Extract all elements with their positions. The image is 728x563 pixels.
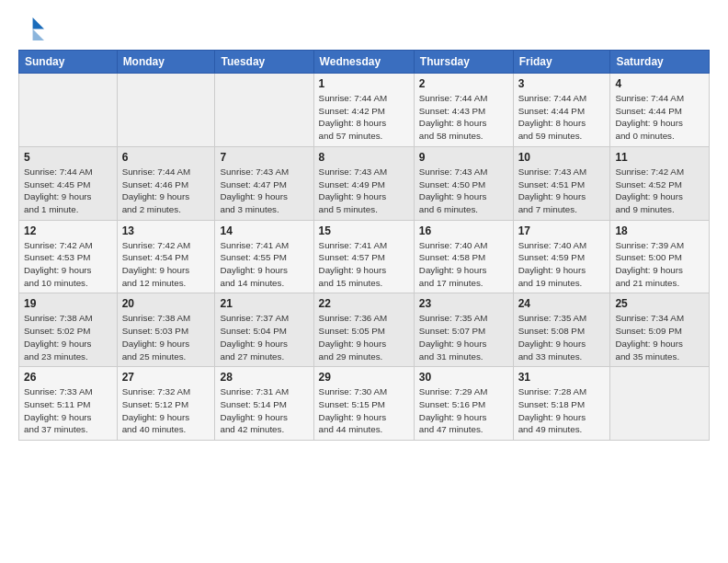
table-row: 19Sunrise: 7:38 AMSunset: 5:02 PMDayligh…	[19, 293, 118, 367]
cell-info-text: Sunrise: 7:29 AMSunset: 5:16 PMDaylight:…	[419, 385, 508, 436]
table-row: 31Sunrise: 7:28 AMSunset: 5:18 PMDayligh…	[513, 367, 610, 441]
cell-info-text: Sunrise: 7:28 AMSunset: 5:18 PMDaylight:…	[518, 385, 606, 436]
table-row: 5Sunrise: 7:44 AMSunset: 4:45 PMDaylight…	[19, 146, 118, 220]
cell-info-text: Sunrise: 7:33 AMSunset: 5:11 PMDaylight:…	[24, 385, 112, 436]
cell-day-number: 20	[122, 297, 210, 310]
table-row: 2Sunrise: 7:44 AMSunset: 4:43 PMDaylight…	[414, 74, 513, 147]
calendar-week-row: 26Sunrise: 7:33 AMSunset: 5:11 PMDayligh…	[19, 367, 710, 441]
cell-day-number: 17	[518, 224, 606, 237]
col-monday: Monday	[117, 51, 215, 74]
cell-info-text: Sunrise: 7:44 AMSunset: 4:43 PMDaylight:…	[419, 92, 508, 143]
calendar-week-row: 5Sunrise: 7:44 AMSunset: 4:45 PMDaylight…	[19, 146, 710, 220]
cell-day-number: 19	[24, 297, 112, 310]
page: Sunday Monday Tuesday Wednesday Thursday…	[0, 0, 728, 455]
cell-day-number: 1	[319, 77, 409, 90]
cell-info-text: Sunrise: 7:38 AMSunset: 5:02 PMDaylight:…	[24, 312, 112, 362]
cell-info-text: Sunrise: 7:30 AMSunset: 5:15 PMDaylight:…	[319, 385, 409, 436]
generalblue-logo-icon	[18, 15, 44, 40]
cell-info-text: Sunrise: 7:41 AMSunset: 4:55 PMDaylight:…	[220, 239, 308, 290]
cell-day-number: 3	[518, 77, 606, 90]
cell-info-text: Sunrise: 7:39 AMSunset: 5:00 PMDaylight:…	[615, 239, 704, 290]
cell-day-number: 11	[615, 151, 704, 164]
col-friday: Friday	[513, 51, 610, 74]
cell-info-text: Sunrise: 7:42 AMSunset: 4:54 PMDaylight:…	[122, 239, 210, 290]
table-row: 4Sunrise: 7:44 AMSunset: 4:44 PMDaylight…	[610, 74, 710, 147]
table-row: 10Sunrise: 7:43 AMSunset: 4:51 PMDayligh…	[513, 146, 610, 220]
cell-info-text: Sunrise: 7:35 AMSunset: 5:07 PMDaylight:…	[419, 312, 508, 362]
col-tuesday: Tuesday	[215, 51, 313, 74]
table-row: 26Sunrise: 7:33 AMSunset: 5:11 PMDayligh…	[19, 367, 118, 441]
cell-info-text: Sunrise: 7:42 AMSunset: 4:53 PMDaylight:…	[24, 239, 112, 290]
cell-day-number: 27	[122, 371, 210, 384]
calendar-week-row: 1Sunrise: 7:44 AMSunset: 4:42 PMDaylight…	[19, 74, 710, 147]
table-row: 23Sunrise: 7:35 AMSunset: 5:07 PMDayligh…	[414, 293, 513, 367]
table-row: 27Sunrise: 7:32 AMSunset: 5:12 PMDayligh…	[117, 367, 215, 441]
cell-day-number: 29	[319, 371, 409, 384]
cell-day-number: 8	[319, 151, 409, 164]
cell-day-number: 13	[122, 224, 210, 237]
cell-day-number: 14	[220, 224, 308, 237]
table-row: 18Sunrise: 7:39 AMSunset: 5:00 PMDayligh…	[610, 220, 710, 293]
cell-info-text: Sunrise: 7:44 AMSunset: 4:45 PMDaylight:…	[24, 166, 112, 216]
cell-day-number: 21	[220, 297, 308, 310]
table-row: 17Sunrise: 7:40 AMSunset: 4:59 PMDayligh…	[513, 220, 610, 293]
cell-day-number: 5	[24, 151, 112, 164]
cell-day-number: 15	[319, 224, 409, 237]
table-row	[215, 74, 313, 147]
cell-info-text: Sunrise: 7:41 AMSunset: 4:57 PMDaylight:…	[319, 239, 409, 290]
table-row: 13Sunrise: 7:42 AMSunset: 4:54 PMDayligh…	[117, 220, 215, 293]
cell-day-number: 31	[518, 371, 606, 384]
cell-info-text: Sunrise: 7:44 AMSunset: 4:42 PMDaylight:…	[319, 92, 409, 143]
col-wednesday: Wednesday	[313, 51, 414, 74]
table-row	[610, 367, 710, 441]
table-row	[19, 74, 118, 147]
cell-day-number: 26	[24, 371, 112, 384]
cell-info-text: Sunrise: 7:35 AMSunset: 5:08 PMDaylight:…	[518, 312, 606, 362]
cell-day-number: 18	[615, 224, 704, 237]
col-saturday: Saturday	[610, 51, 710, 74]
cell-info-text: Sunrise: 7:40 AMSunset: 4:58 PMDaylight:…	[419, 239, 508, 290]
table-row: 20Sunrise: 7:38 AMSunset: 5:03 PMDayligh…	[117, 293, 215, 367]
logo	[18, 15, 48, 40]
header	[18, 15, 710, 40]
table-row: 22Sunrise: 7:36 AMSunset: 5:05 PMDayligh…	[313, 293, 414, 367]
calendar-week-row: 19Sunrise: 7:38 AMSunset: 5:02 PMDayligh…	[19, 293, 710, 367]
table-row: 8Sunrise: 7:43 AMSunset: 4:49 PMDaylight…	[313, 146, 414, 220]
table-row: 15Sunrise: 7:41 AMSunset: 4:57 PMDayligh…	[313, 220, 414, 293]
table-row: 16Sunrise: 7:40 AMSunset: 4:58 PMDayligh…	[414, 220, 513, 293]
table-row: 9Sunrise: 7:43 AMSunset: 4:50 PMDaylight…	[414, 146, 513, 220]
table-row: 21Sunrise: 7:37 AMSunset: 5:04 PMDayligh…	[215, 293, 313, 367]
col-sunday: Sunday	[19, 51, 118, 74]
table-row: 25Sunrise: 7:34 AMSunset: 5:09 PMDayligh…	[610, 293, 710, 367]
cell-info-text: Sunrise: 7:43 AMSunset: 4:51 PMDaylight:…	[518, 166, 606, 216]
calendar-header-row: Sunday Monday Tuesday Wednesday Thursday…	[19, 51, 710, 74]
cell-info-text: Sunrise: 7:43 AMSunset: 4:50 PMDaylight:…	[419, 166, 508, 216]
table-row: 29Sunrise: 7:30 AMSunset: 5:15 PMDayligh…	[313, 367, 414, 441]
cell-day-number: 7	[220, 151, 308, 164]
calendar-week-row: 12Sunrise: 7:42 AMSunset: 4:53 PMDayligh…	[19, 220, 710, 293]
cell-info-text: Sunrise: 7:44 AMSunset: 4:44 PMDaylight:…	[518, 92, 606, 143]
table-row: 14Sunrise: 7:41 AMSunset: 4:55 PMDayligh…	[215, 220, 313, 293]
cell-day-number: 10	[518, 151, 606, 164]
cell-info-text: Sunrise: 7:40 AMSunset: 4:59 PMDaylight:…	[518, 239, 606, 290]
table-row: 28Sunrise: 7:31 AMSunset: 5:14 PMDayligh…	[215, 367, 313, 441]
cell-info-text: Sunrise: 7:42 AMSunset: 4:52 PMDaylight:…	[615, 166, 704, 216]
cell-info-text: Sunrise: 7:44 AMSunset: 4:44 PMDaylight:…	[615, 92, 704, 143]
cell-info-text: Sunrise: 7:31 AMSunset: 5:14 PMDaylight:…	[220, 385, 308, 436]
table-row: 6Sunrise: 7:44 AMSunset: 4:46 PMDaylight…	[117, 146, 215, 220]
cell-info-text: Sunrise: 7:38 AMSunset: 5:03 PMDaylight:…	[122, 312, 210, 362]
cell-info-text: Sunrise: 7:32 AMSunset: 5:12 PMDaylight:…	[122, 385, 210, 436]
cell-day-number: 4	[615, 77, 704, 90]
cell-day-number: 12	[24, 224, 112, 237]
cell-day-number: 23	[419, 297, 508, 310]
cell-day-number: 25	[615, 297, 704, 310]
table-row: 1Sunrise: 7:44 AMSunset: 4:42 PMDaylight…	[313, 74, 414, 147]
table-row: 24Sunrise: 7:35 AMSunset: 5:08 PMDayligh…	[513, 293, 610, 367]
cell-day-number: 22	[319, 297, 409, 310]
cell-day-number: 30	[419, 371, 508, 384]
table-row: 12Sunrise: 7:42 AMSunset: 4:53 PMDayligh…	[19, 220, 118, 293]
table-row: 3Sunrise: 7:44 AMSunset: 4:44 PMDaylight…	[513, 74, 610, 147]
cell-day-number: 6	[122, 151, 210, 164]
cell-day-number: 2	[419, 77, 508, 90]
cell-info-text: Sunrise: 7:34 AMSunset: 5:09 PMDaylight:…	[615, 312, 704, 362]
